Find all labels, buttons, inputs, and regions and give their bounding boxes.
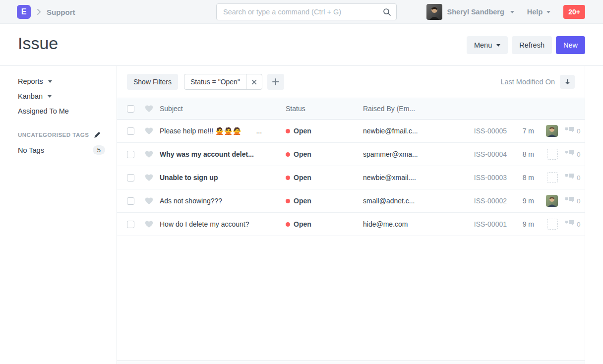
modified-time: 9 m [507, 197, 534, 205]
breadcrumb[interactable]: Support [47, 8, 75, 16]
table-row[interactable]: How do I delete my account? Open hide@me… [117, 213, 585, 236]
add-filter-button[interactable] [267, 74, 284, 90]
search-input[interactable] [217, 8, 383, 16]
issue-id: ISS-00005 [452, 127, 507, 135]
heart-icon[interactable] [145, 151, 153, 158]
table-row[interactable]: Unable to sign up Open newbie@xmail.... … [117, 166, 585, 189]
user-name: Sheryl Sandberg [447, 8, 504, 16]
new-button[interactable]: New [556, 36, 585, 54]
user-avatar [426, 4, 442, 20]
raised-by-email: newbie@fmail.c... [363, 127, 452, 135]
edit-tags-icon[interactable] [94, 131, 101, 138]
status-badge: Open [294, 220, 311, 228]
help-label: Help [527, 8, 543, 16]
row-checkbox[interactable] [127, 151, 134, 158]
heart-icon[interactable] [145, 174, 153, 182]
comment-icon [565, 173, 574, 182]
status-open-dot [286, 222, 290, 227]
list-view: Show Filters Status = "Open" Last Modifi… [117, 66, 585, 364]
comment-icon [565, 220, 574, 229]
heart-icon[interactable] [145, 127, 153, 135]
issue-subject[interactable]: How do I delete my account? [160, 220, 249, 228]
list-header: Subject Status Raised By (Em... [117, 98, 585, 120]
modified-time: 8 m [507, 174, 534, 182]
notifications-badge[interactable]: 20+ [563, 5, 585, 19]
new-button-label: New [563, 41, 578, 49]
sidebar-item-assigned-to-me[interactable]: Assigned To Me [18, 104, 117, 119]
list-sidebar: Reports Kanban Assigned To Me UNCATEGORI… [0, 66, 117, 364]
navbar: E Support Sheryl Sandberg [0, 0, 603, 24]
heart-icon[interactable] [145, 197, 153, 205]
status-badge: Open [294, 150, 311, 158]
row-checkbox[interactable] [127, 127, 134, 135]
assignee-avatar-placeholder [547, 219, 558, 230]
show-filters-button[interactable]: Show Filters [127, 74, 178, 90]
column-header-raised-by[interactable]: Raised By (Em... [363, 105, 452, 113]
sidebar-item-reports[interactable]: Reports [18, 74, 117, 89]
select-all-checkbox[interactable] [127, 105, 134, 113]
table-row[interactable]: Ads not showing??? Open small@adnet.c...… [117, 189, 585, 213]
tag-filter-no-tags[interactable]: No Tags 5 [18, 145, 105, 155]
comment-icon [565, 196, 574, 205]
raised-by-email: spammer@xma... [363, 150, 452, 158]
tag-count-badge: 5 [93, 145, 105, 155]
comment-count: 0 [577, 151, 581, 158]
chevron-down-icon [546, 11, 550, 13]
sort-direction-button[interactable] [560, 75, 575, 89]
user-menu[interactable]: Sheryl Sandberg [426, 4, 514, 20]
sidebar-item-label: Kanban [18, 92, 43, 100]
raised-by-email: hide@me.com [363, 220, 452, 228]
page-head: Issue Menu Refresh New [0, 24, 603, 66]
sort-field-label[interactable]: Last Modified On [500, 78, 555, 86]
assignee-avatar [546, 195, 558, 207]
issue-id: ISS-00003 [452, 174, 507, 182]
status-open-dot [286, 129, 290, 133]
menu-button[interactable]: Menu [467, 36, 508, 54]
tags-section-title: UNCATEGORISED TAGS [18, 132, 89, 138]
heart-icon[interactable] [145, 221, 153, 228]
table-row[interactable]: Please help me!!! 🙅🙅🙅... Open newbie@fma… [117, 120, 585, 143]
status-badge: Open [294, 197, 311, 205]
sidebar-item-label: Reports [18, 77, 43, 85]
refresh-button[interactable]: Refresh [512, 36, 552, 54]
column-header-subject[interactable]: Subject [160, 105, 286, 113]
tag-label: No Tags [18, 146, 44, 154]
raised-by-email: newbie@xmail.... [363, 174, 452, 182]
comment-count: 0 [577, 127, 581, 135]
status-open-dot [286, 152, 290, 157]
comment-icon [565, 126, 574, 135]
search-icon [383, 8, 391, 16]
issue-id: ISS-00002 [452, 197, 507, 205]
assignee-avatar [546, 125, 558, 137]
active-filter-pill[interactable]: Status = "Open" [184, 74, 262, 90]
status-open-dot [286, 199, 290, 203]
truncation-ellipsis: ... [256, 127, 262, 135]
issue-subject[interactable]: Ads not showing??? [160, 197, 222, 205]
help-menu[interactable]: Help [527, 8, 550, 16]
issue-id: ISS-00001 [452, 220, 507, 228]
sidebar-item-kanban[interactable]: Kanban [18, 89, 117, 104]
heart-icon [145, 105, 153, 113]
app-logo[interactable]: E [17, 5, 31, 19]
active-filter-label[interactable]: Status = "Open" [184, 78, 246, 86]
menu-button-label: Menu [474, 41, 492, 49]
comment-count: 0 [577, 197, 581, 205]
chevron-down-icon [48, 80, 52, 83]
row-checkbox[interactable] [127, 197, 134, 205]
sidebar-item-label: Assigned To Me [18, 107, 69, 115]
comment-count: 0 [577, 174, 581, 182]
issue-subject[interactable]: Unable to sign up [160, 174, 218, 182]
assignee-avatar-placeholder [547, 172, 558, 183]
remove-filter-icon[interactable] [246, 74, 262, 89]
column-header-status[interactable]: Status [286, 105, 363, 113]
table-row[interactable]: Why was my account delet... Open spammer… [117, 143, 585, 166]
issue-subject[interactable]: Why was my account delet... [160, 150, 254, 158]
issue-subject[interactable]: Please help me!!! 🙅🙅🙅 [160, 127, 241, 135]
row-checkbox[interactable] [127, 221, 134, 228]
chevron-down-icon [510, 11, 514, 13]
refresh-button-label: Refresh [519, 41, 544, 49]
list-footer-divider [117, 361, 585, 364]
chevron-down-icon [496, 44, 500, 47]
status-badge: Open [294, 127, 311, 135]
row-checkbox[interactable] [127, 174, 134, 182]
